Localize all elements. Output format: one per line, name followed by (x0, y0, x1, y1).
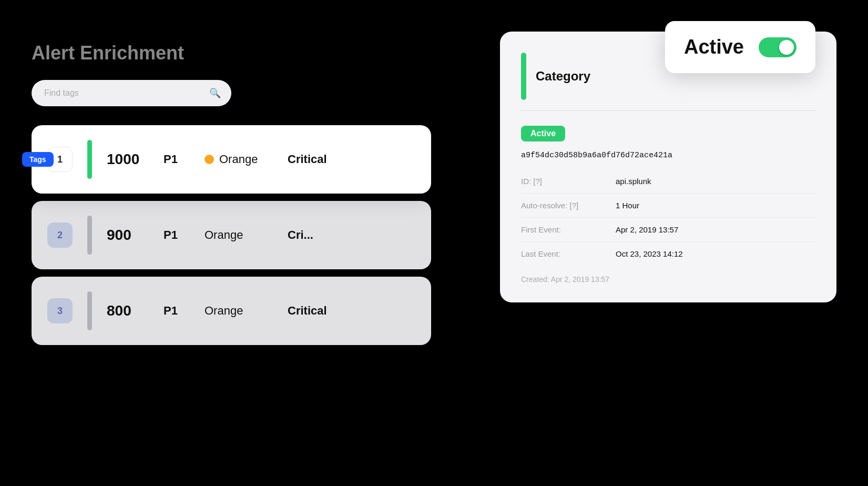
orange-dot-1 (205, 155, 214, 164)
row-priority-2: P1 (164, 228, 190, 242)
tags-badge: Tags (22, 152, 54, 167)
created-text: Created: Apr 2, 2019 13:57 (521, 275, 815, 284)
search-bar[interactable]: Find tags 🔍 (32, 80, 231, 106)
search-placeholder: Find tags (44, 88, 204, 98)
detail-val-id: api.splunk (616, 177, 651, 186)
table-row-2[interactable]: 2 900 P1 Orange Cri... (32, 201, 431, 269)
priority-bar-2 (87, 216, 92, 255)
alert-panel: Alert Enrichment Find tags 🔍 Tags 1 1000… (32, 42, 431, 352)
detail-key-autoresolve: Auto-resolve: [?] (521, 201, 616, 210)
priority-bar-3 (87, 291, 92, 330)
detail-key-id: ID: [?] (521, 177, 616, 186)
detail-rows: ID: [?] api.splunk Auto-resolve: [?] 1 H… (521, 169, 815, 266)
detail-row-lastevent: Last Event: Oct 23, 2023 14:12 (521, 242, 815, 266)
row-severity-1: Critical (288, 153, 327, 166)
row-color-1: Orange (205, 153, 273, 166)
detail-row-id: ID: [?] api.splunk (521, 169, 815, 194)
detail-val-firstevent: Apr 2, 2019 13:57 (616, 225, 678, 234)
row-count-2: 900 (107, 227, 149, 244)
row-priority-3: P1 (164, 304, 190, 318)
green-bar-tall (521, 53, 526, 100)
row-color-2: Orange (205, 228, 273, 242)
scene: Active Category Active a9f54dc30d58b9a6a… (0, 0, 868, 486)
detail-val-autoresolve: 1 Hour (616, 201, 639, 210)
detail-row-autoresolve: Auto-resolve: [?] 1 Hour (521, 194, 815, 218)
status-badge: Active (521, 126, 565, 141)
row-number-2: 2 (47, 222, 73, 248)
row-count-3: 800 (107, 302, 149, 319)
active-toggle[interactable] (759, 37, 796, 57)
detail-key-firstevent: First Event: (521, 225, 616, 234)
detail-val-lastevent: Oct 23, 2023 14:12 (616, 249, 683, 258)
category-text: Category (536, 69, 590, 84)
row-color-label-3: Orange (205, 304, 243, 318)
detail-key-lastevent: Last Event: (521, 249, 616, 258)
row-color-label-1: Orange (219, 153, 258, 166)
table-row-1[interactable]: 1 1000 P1 Orange Critical (32, 125, 431, 194)
row-priority-1: P1 (164, 153, 190, 166)
detail-row-firstevent: First Event: Apr 2, 2019 13:57 (521, 218, 815, 242)
row-severity-2: Cri... (288, 228, 313, 242)
row-count-1: 1000 (107, 151, 149, 168)
table-row-3[interactable]: 3 800 P1 Orange Critical (32, 277, 431, 345)
active-card: Active (665, 21, 815, 73)
priority-bar-1 (87, 140, 92, 179)
search-icon: 🔍 (209, 87, 221, 99)
row-color-label-2: Orange (205, 228, 243, 242)
row-number-3: 3 (47, 298, 73, 323)
alert-title: Alert Enrichment (32, 42, 431, 64)
row-color-3: Orange (205, 304, 273, 318)
row-severity-3: Critical (288, 304, 327, 318)
hash-text: a9f54dc30d58b9a6a0fd76d72ace421a (521, 151, 815, 160)
active-card-label: Active (684, 36, 744, 58)
